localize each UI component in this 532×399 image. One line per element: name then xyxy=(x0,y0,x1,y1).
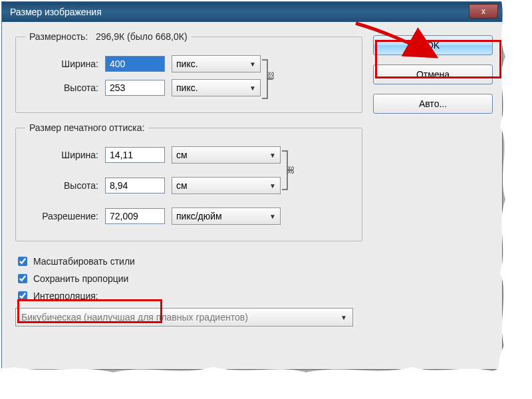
print-width-input[interactable] xyxy=(105,147,165,163)
width-unit-select[interactable]: пикс.▼ xyxy=(172,55,261,72)
chevron-down-icon: ▼ xyxy=(249,61,256,68)
print-height-input[interactable] xyxy=(105,178,165,194)
auto-button[interactable]: Авто... xyxy=(373,94,493,114)
link-icon: ⛓ xyxy=(287,166,295,175)
width-input[interactable] xyxy=(105,56,165,72)
print-size-group: Размер печатного оттиска: Ширина: см▼ xyxy=(15,122,362,241)
window-title: Размер изображения xyxy=(10,7,102,17)
resample-input[interactable] xyxy=(18,291,27,301)
chevron-down-icon: ▼ xyxy=(269,152,276,159)
print-height-unit-select[interactable]: см▼ xyxy=(172,177,281,194)
resolution-unit-select[interactable]: пикс/дюйм▼ xyxy=(172,207,281,225)
right-column: OK Отмена Авто... xyxy=(373,31,493,327)
constrain-proportions-checkbox[interactable]: Сохранить пропорции xyxy=(15,272,362,285)
height-input[interactable] xyxy=(105,80,165,96)
chevron-down-icon: ▼ xyxy=(340,314,347,321)
pixel-dimensions-legend: Размерность: 296,9К (было 668,0К) xyxy=(25,31,192,42)
resample-checkbox[interactable]: Интерполяция: xyxy=(15,289,362,303)
close-icon: x xyxy=(481,7,485,16)
image-size-dialog: Размер изображения x Размерность: 296,9К… xyxy=(1,1,503,370)
cancel-button[interactable]: Отмена xyxy=(373,65,493,84)
resolution-label: Разрешение: xyxy=(25,211,98,221)
left-column: Размерность: 296,9К (было 668,0К) Ширина… xyxy=(15,31,362,327)
options-group: Масштабировать стили Сохранить пропорции… xyxy=(15,251,362,327)
height-label: Высота: xyxy=(25,82,98,93)
constrain-link: ⛓ xyxy=(261,56,274,96)
close-button[interactable]: x xyxy=(469,4,498,19)
chevron-down-icon: ▼ xyxy=(269,182,276,190)
print-size-legend: Размер печатного оттиска: xyxy=(25,122,148,133)
print-width-label: Ширина: xyxy=(25,150,98,160)
print-width-unit-select[interactable]: см▼ xyxy=(172,146,281,164)
interpolation-select[interactable]: Бикубическая (наилучшая для плавных град… xyxy=(15,308,353,327)
print-height-label: Высота: xyxy=(25,180,98,191)
titlebar[interactable]: Размер изображения x xyxy=(2,2,502,22)
scale-styles-checkbox[interactable]: Масштабировать стили xyxy=(15,255,362,268)
scale-styles-input[interactable] xyxy=(18,257,27,266)
chevron-down-icon: ▼ xyxy=(249,84,256,92)
height-unit-select[interactable]: пикс.▼ xyxy=(172,79,261,96)
chevron-down-icon: ▼ xyxy=(269,213,276,220)
constrain-proportions-input[interactable] xyxy=(18,274,27,283)
link-icon: ⛓ xyxy=(267,71,275,80)
ok-button[interactable]: OK xyxy=(373,35,493,55)
pixel-dimensions-group: Размерность: 296,9К (было 668,0К) Ширина… xyxy=(15,31,362,113)
print-constrain-link: ⛓ xyxy=(281,147,294,194)
dialog-body: Размерность: 296,9К (было 668,0К) Ширина… xyxy=(2,22,502,327)
resolution-input[interactable] xyxy=(105,208,165,224)
width-label: Ширина: xyxy=(25,59,98,69)
